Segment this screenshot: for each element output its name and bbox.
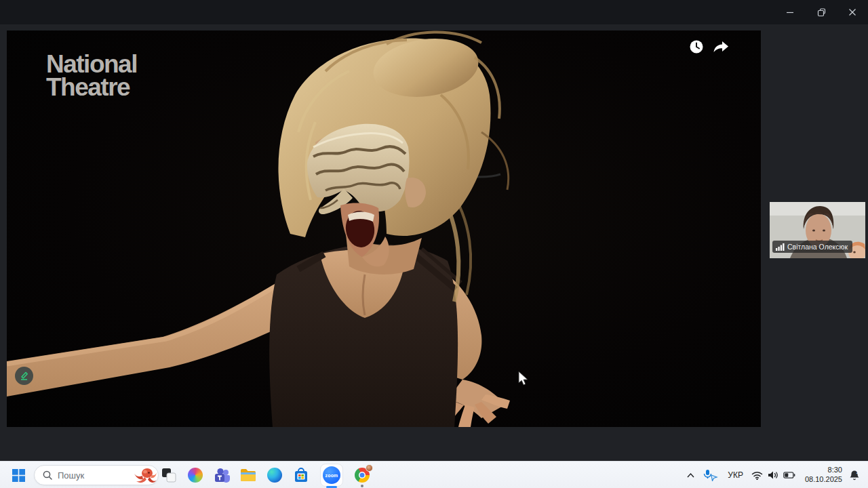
notification-bell-icon: z (849, 470, 860, 481)
restore-button[interactable] (806, 0, 837, 24)
microsoft-store-icon (294, 468, 309, 483)
teams-icon (214, 468, 230, 483)
signal-bars-icon (776, 243, 785, 251)
taskbar-search[interactable]: Пошук (34, 465, 159, 485)
wifi-status[interactable] (749, 462, 765, 488)
copilot-button[interactable] (186, 462, 204, 488)
watch-later-clock-icon[interactable] (689, 39, 704, 54)
octopus-illustration-icon (134, 466, 157, 484)
edge-icon (267, 468, 282, 483)
mic-in-use-indicator[interactable] (698, 462, 722, 488)
speaker-icon (768, 470, 778, 480)
start-button[interactable] (12, 469, 25, 482)
wifi-icon (751, 471, 763, 480)
pencil-icon (19, 371, 29, 381)
store-button[interactable] (292, 462, 310, 488)
mouse-cursor (517, 371, 530, 387)
search-placeholder: Пошук (58, 470, 128, 481)
copilot-icon (188, 468, 203, 483)
brand-line1: National (46, 53, 137, 76)
tray-date: 08.10.2025 (805, 475, 842, 485)
hidden-icons-button[interactable] (682, 462, 698, 488)
chrome-profile-avatar (366, 464, 373, 472)
file-explorer-icon (240, 468, 256, 483)
restore-icon (817, 8, 826, 17)
zoom-tile: zoom (320, 464, 343, 487)
close-button[interactable] (837, 0, 868, 24)
shared-screen-video[interactable]: National Theatre (7, 30, 761, 427)
battery-status[interactable] (781, 462, 798, 488)
desktop: National Theatre (0, 0, 868, 488)
chrome-button[interactable] (353, 462, 371, 488)
zoom-app-button[interactable]: zoom (319, 462, 344, 488)
tray-time: 8:30 (805, 466, 842, 475)
window-controls (774, 0, 868, 24)
teams-button[interactable] (213, 462, 231, 488)
taskbar-apps: zoom (160, 462, 371, 488)
minimize-button[interactable] (774, 0, 806, 24)
search-icon (43, 470, 52, 480)
national-theatre-logo: National Theatre (46, 53, 137, 100)
brand-line2: Theatre (46, 76, 137, 99)
notification-center-button[interactable]: z (849, 462, 860, 488)
minimize-icon (786, 8, 794, 16)
clock[interactable]: 8:30 08.10.2025 (805, 466, 842, 485)
task-view-icon (161, 468, 176, 483)
annotation-button[interactable] (15, 367, 33, 385)
task-view-button[interactable] (160, 462, 178, 488)
volume-status[interactable] (765, 462, 781, 488)
system-tray: УКР 8:30 (682, 462, 868, 488)
participant-name: Світлана Олексюк (787, 243, 848, 251)
video-overlay-buttons (689, 39, 730, 54)
chevron-up-icon (687, 473, 694, 478)
language-indicator[interactable]: УКР (722, 462, 749, 488)
share-icon[interactable] (712, 40, 730, 54)
running-app-indicator (361, 485, 363, 487)
zoom-logo-text: zoom (325, 473, 338, 478)
participant-video-tile[interactable]: Світлана Олексюк (770, 202, 865, 258)
window-titlebar (0, 0, 868, 24)
participant-name-tag: Світлана Олексюк (772, 241, 852, 253)
microphone-in-use-icon (702, 469, 718, 481)
close-icon (848, 8, 856, 16)
battery-icon (783, 472, 795, 479)
zoom-icon: zoom (323, 466, 340, 484)
taskbar: Пошук (0, 461, 868, 488)
svg-text:z: z (856, 470, 859, 474)
file-explorer-button[interactable] (239, 462, 257, 488)
edge-button[interactable] (266, 462, 283, 488)
